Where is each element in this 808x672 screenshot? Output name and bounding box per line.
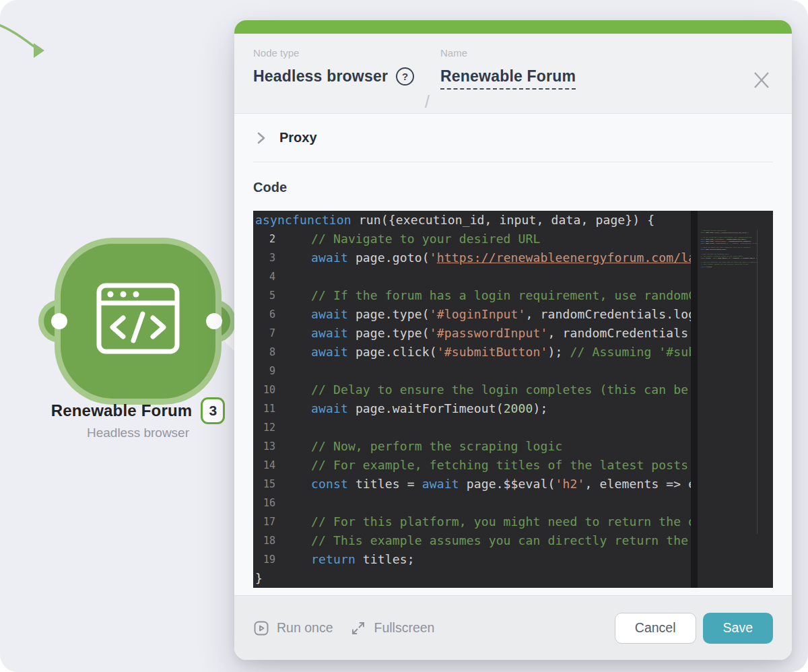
code-line: 12 [253, 418, 691, 437]
run-once-label: Run once [277, 620, 333, 636]
code-lines: async function run({execution_id, input,… [253, 211, 691, 588]
node-name-label: Name [440, 47, 576, 59]
save-button[interactable]: Save [703, 613, 773, 644]
code-line: 4 [253, 267, 691, 286]
code-line: 18 // This example assumes you can direc… [253, 531, 691, 550]
proxy-section-toggle[interactable]: Proxy [253, 114, 773, 162]
minimap-border [757, 230, 758, 534]
code-line: 6 await page.type('#loginInput', randomC… [253, 305, 691, 324]
node-type-label: Node type [253, 47, 414, 59]
node-input-port[interactable] [51, 313, 67, 329]
fullscreen-icon [350, 620, 366, 636]
proxy-label: Proxy [279, 130, 317, 145]
fullscreen-label: Fullscreen [374, 620, 434, 636]
code-line: 17 // For this platform, you might need … [253, 512, 691, 531]
node-title: Renewable Forum [51, 401, 193, 420]
modal-footer: Run once Fullscreen Cancel Save [234, 595, 792, 660]
editor-scrollbar[interactable] [691, 211, 698, 588]
headless-browser-icon [96, 283, 180, 354]
code-line: 19 return titles; [253, 550, 691, 569]
code-line: 10 // Delay to ensure the login complete… [253, 380, 691, 399]
editor-minimap[interactable]: // Navigate to your desired URL await pa… [698, 230, 757, 580]
modal-body: Proxy Code async function run({execution… [234, 114, 792, 595]
connection-edge [0, 0, 81, 108]
close-icon[interactable] [751, 70, 772, 90]
help-icon[interactable]: ? [396, 67, 414, 86]
code-line: 9 [253, 362, 691, 380]
run-once-button[interactable]: Run once [253, 620, 333, 636]
modal-header: Node type Headless browser ? / Name Rene… [234, 34, 792, 114]
modal-pointer-tail [224, 331, 235, 351]
code-line: 7 await page.type('#passwordInput', rand… [253, 324, 691, 343]
header-separator: / [425, 92, 430, 112]
code-section-label: Code [253, 180, 773, 195]
code-editor[interactable]: async function run({execution_id, input,… [253, 211, 773, 588]
code-line: 2 // Navigate to your desired URL [253, 230, 691, 248]
modal-accent-bar [234, 20, 792, 34]
node-config-modal: Node type Headless browser ? / Name Rene… [234, 20, 792, 660]
node-name-field[interactable]: Renewable Forum [440, 67, 576, 90]
code-line-pinned-bottom: } [253, 569, 691, 588]
node-headless-browser[interactable] [61, 244, 215, 399]
code-line: 5 // If the forum has a login requiremen… [253, 286, 691, 305]
workflow-canvas: Renewable Forum 3 Headless browser Node … [0, 0, 808, 672]
code-line: 8 await page.click('#submitButton'); // … [253, 343, 691, 362]
code-line-pinned-top: async function run({execution_id, input,… [253, 211, 691, 230]
cancel-button[interactable]: Cancel [615, 613, 696, 644]
code-line: 16 [253, 494, 691, 512]
code-line: 15 const titles = await page.$$eval('h2'… [253, 475, 691, 494]
minimap-content: // Navigate to your desired URL await pa… [698, 230, 757, 267]
chevron-right-icon [253, 131, 268, 145]
play-icon [253, 620, 269, 636]
node-count-badge: 3 [201, 397, 225, 424]
code-line: 13 // Now, perform the scraping logic [253, 437, 691, 456]
code-line: 11 await page.waitForTimeout(2000); [253, 399, 691, 418]
node-type-value: Headless browser [253, 67, 388, 86]
node-output-port[interactable] [206, 313, 222, 329]
fullscreen-button[interactable]: Fullscreen [350, 620, 434, 636]
code-line: 14 // For example, fetching titles of th… [253, 456, 691, 475]
code-line: 3 await page.goto('https://renewableener… [253, 248, 691, 267]
